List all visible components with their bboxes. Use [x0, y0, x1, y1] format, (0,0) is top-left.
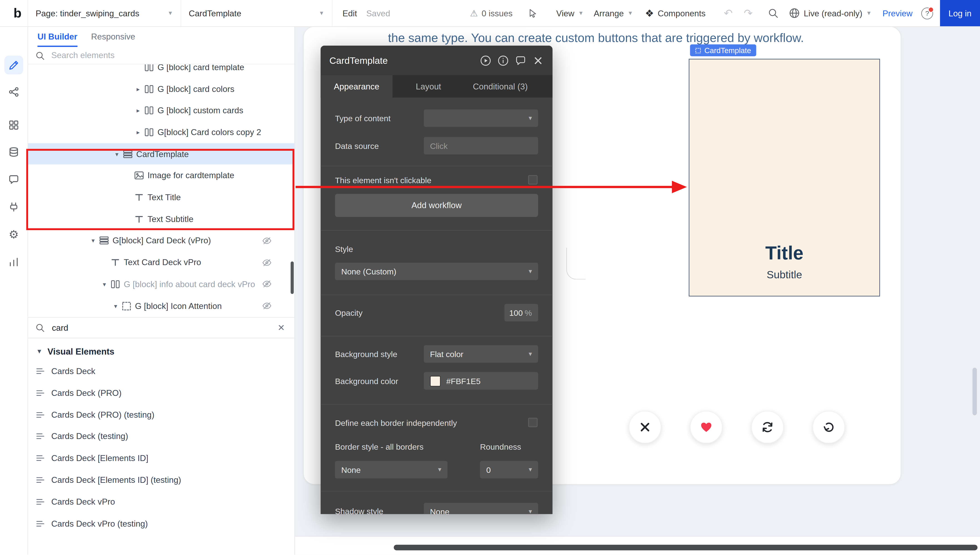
login-button[interactable]: Log in	[940, 0, 980, 26]
components-icon: ❖	[645, 7, 654, 19]
element-list-item[interactable]: Cards Deck [Elements ID]	[27, 448, 294, 469]
element-list-item[interactable]: Cards Deck (PRO) (testing)	[27, 404, 294, 426]
selection-badge: CardTemplate	[690, 45, 756, 56]
page-selector-dropdown[interactable]: Page: tinder_swiping_cards ▼	[27, 0, 181, 26]
comment-icon[interactable]	[515, 55, 526, 66]
chevron-down-icon[interactable]: ▾	[112, 151, 122, 157]
roundness-dropdown[interactable]: 0▼	[480, 461, 538, 478]
chevron-right-icon[interactable]: ▸	[134, 85, 143, 92]
chevron-down-icon[interactable]: ▾	[111, 302, 120, 309]
nav-settings-icon[interactable]: ⚙	[4, 225, 23, 244]
nav-design-icon[interactable]	[4, 56, 23, 74]
tab-appearance[interactable]: Appearance	[321, 75, 392, 98]
tree-item[interactable]: Text Title	[27, 187, 294, 209]
tree-item[interactable]: ▸G[block] Card colors copy 2	[27, 122, 294, 143]
eye-slash-icon[interactable]	[262, 301, 272, 311]
tab-conditional[interactable]: Conditional (3)	[464, 75, 536, 98]
border-independent-checkbox[interactable]	[528, 418, 537, 427]
element-selector-dropdown[interactable]: CardTemplate ▼	[181, 0, 333, 26]
search-button[interactable]	[767, 0, 779, 26]
nav-pages-icon[interactable]	[4, 116, 23, 135]
background-color-input[interactable]: #FBF1E5	[424, 372, 538, 390]
help-button[interactable]: ?	[921, 0, 933, 26]
tree-item[interactable]: Text Card Deck vPro	[27, 252, 294, 273]
tree-scrollbar[interactable]	[291, 261, 294, 294]
search-elements-input[interactable]	[50, 50, 287, 61]
issues-indicator[interactable]: ⚠ 0 issues	[470, 0, 513, 26]
tree-item[interactable]: ▸G [block] card colors	[27, 78, 294, 100]
eye-slash-icon[interactable]	[262, 236, 272, 246]
color-swatch[interactable]	[430, 375, 441, 386]
bubble-logo[interactable]: b	[9, 0, 26, 26]
tab-layout[interactable]: Layout	[392, 75, 464, 98]
opacity-input[interactable]: 100%	[504, 304, 538, 321]
rewind-button[interactable]	[812, 411, 845, 443]
eye-slash-icon[interactable]	[262, 257, 272, 268]
add-workflow-button[interactable]: Add workflow	[335, 194, 538, 217]
live-status[interactable]: Live (read-only) ▼	[789, 0, 872, 26]
element-list-item[interactable]: Cards Deck	[27, 360, 294, 382]
selection-badge-label: CardTemplate	[704, 46, 751, 55]
chevron-down-icon[interactable]: ▾	[89, 237, 98, 244]
tree-item[interactable]: ▾G [block] Icon Attention	[27, 295, 294, 317]
vertical-scrollbar[interactable]	[972, 368, 977, 415]
clear-filter-icon[interactable]: ✕	[276, 323, 287, 333]
background-style-dropdown[interactable]: Flat color▼	[424, 345, 538, 363]
dismiss-button[interactable]	[629, 411, 661, 443]
visual-elements-section[interactable]: ▼ Visual Elements	[27, 343, 114, 359]
chevron-down-icon[interactable]: ▾	[100, 281, 109, 287]
tab-responsive[interactable]: Responsive	[91, 26, 135, 47]
info-icon[interactable]	[497, 55, 509, 66]
element-list-item[interactable]: Cards Deck [Elements ID] (testing)	[27, 469, 294, 491]
chevron-right-icon[interactable]: ▸	[134, 107, 143, 114]
tree-item[interactable]: ▾CardTemplate	[27, 143, 294, 165]
chevron-right-icon[interactable]: ▸	[134, 129, 143, 136]
saved-status: Saved	[366, 0, 390, 26]
eye-slash-icon[interactable]	[262, 279, 272, 289]
tree-item[interactable]: Image for cardtemplate	[27, 165, 294, 187]
border-style-dropdown[interactable]: None▼	[335, 461, 448, 478]
element-filter-input[interactable]	[51, 322, 270, 333]
tree-item-label: Text Subtitle	[147, 214, 193, 224]
shadow-style-value: None	[430, 507, 449, 514]
data-source-input[interactable]: Click	[424, 137, 538, 154]
property-panel-header[interactable]: CardTemplate	[321, 46, 552, 75]
clickable-checkbox[interactable]	[528, 175, 537, 184]
nav-plugins-icon[interactable]	[4, 198, 23, 217]
element-list-item[interactable]: Cards Deck vPro	[27, 491, 294, 513]
view-menu[interactable]: View ▼	[556, 0, 584, 26]
nav-workflow-icon[interactable]	[4, 83, 23, 101]
refresh-button[interactable]	[751, 411, 784, 443]
edit-menu[interactable]: Edit	[342, 0, 357, 26]
horizontal-scrollbar[interactable]	[394, 545, 977, 550]
element-list-label: Cards Deck [Elements ID] (testing)	[51, 475, 181, 484]
nav-data-icon[interactable]	[4, 143, 23, 161]
components-menu[interactable]: ❖ Components	[645, 0, 705, 26]
tree-item[interactable]: ▾G [block] info about card deck vPro	[27, 273, 294, 295]
pointer-tool-icon[interactable]	[528, 0, 538, 26]
element-list-item[interactable]: Cards Deck vPro (testing)	[27, 513, 294, 534]
tab-ui-builder[interactable]: UI Builder	[37, 26, 77, 47]
tree-item-label: Image for cardtemplate	[147, 171, 234, 180]
tree-item[interactable]: Text Subtitle	[27, 208, 294, 230]
redo-button[interactable]: ↷	[744, 0, 753, 26]
tree-item[interactable]: G [block] card template	[27, 64, 294, 78]
element-list-item[interactable]: Cards Deck (testing)	[27, 426, 294, 448]
play-icon[interactable]	[480, 55, 491, 66]
style-dropdown[interactable]: None (Custom)▼	[335, 263, 538, 280]
tree-item[interactable]: ▸G [block] custom cards	[27, 99, 294, 122]
arrange-menu[interactable]: Arrange ▼	[594, 0, 633, 26]
element-list-item[interactable]: Cards Deck (PRO)	[27, 382, 294, 404]
chevron-down-icon: ▼	[627, 10, 633, 16]
group-icon	[144, 64, 155, 72]
card-template-element[interactable]: Title Subtitle	[689, 59, 880, 297]
tree-item[interactable]: ▾G[block] Card Deck (vPro)	[27, 230, 294, 252]
nav-logs-icon[interactable]	[4, 253, 23, 271]
close-icon[interactable]	[532, 55, 544, 66]
undo-button[interactable]: ↶	[724, 0, 732, 26]
preview-button[interactable]: Preview	[882, 0, 913, 26]
like-button[interactable]	[690, 411, 723, 443]
shadow-style-dropdown[interactable]: None▼	[424, 503, 538, 514]
nav-styles-icon[interactable]	[4, 170, 23, 189]
type-of-content-dropdown[interactable]: ▼	[424, 109, 538, 127]
